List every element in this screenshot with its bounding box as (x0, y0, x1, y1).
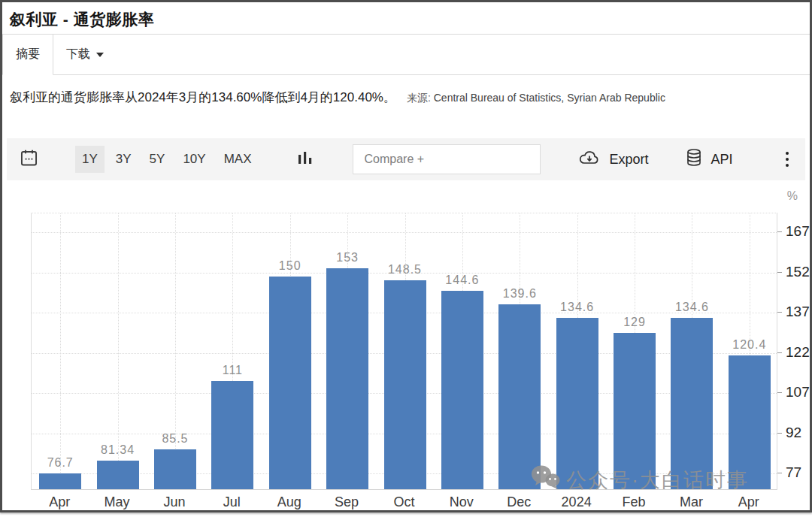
title-bar: 叙利亚 - 通货膨胀率 (2, 2, 810, 35)
bar-apr[interactable] (39, 473, 81, 489)
bar-value-label: 111 (202, 364, 262, 377)
bar-value-label: 134.6 (662, 301, 722, 314)
y-tick-label: 152 (786, 264, 810, 280)
y-axis: 1671521371221079277 (777, 213, 810, 490)
bar-2024[interactable] (556, 318, 598, 489)
bar-value-label: 85.5 (145, 432, 205, 446)
bar-value-label: 139.6 (489, 287, 550, 301)
x-tick-label: May (87, 494, 147, 510)
x-tick-label: Apr (29, 494, 89, 510)
source-value: Central Bureau of Statistics, Syrian Ara… (434, 92, 665, 104)
range-10y-button[interactable]: 10Y (176, 146, 212, 173)
y-tick-label: 92 (786, 425, 801, 441)
bar-chart-icon (297, 150, 314, 170)
range-1y-button[interactable]: 1Y (75, 146, 105, 173)
x-tick-label: Jul (201, 494, 262, 510)
x-tick-label: Apr (719, 494, 779, 510)
bar-value-label: 81.34 (88, 443, 148, 457)
chart-toolbar: 1Y 3Y 5Y 10Y MAX (7, 138, 805, 180)
y-tick-mark (777, 272, 782, 273)
bar-value-label: 148.5 (375, 263, 435, 277)
x-tick-label: Feb (604, 494, 664, 510)
range-selector: 1Y 3Y 5Y 10Y MAX (75, 146, 258, 173)
calendar-button[interactable] (19, 148, 39, 171)
y-tick-mark (777, 473, 782, 473)
bar-aug[interactable] (269, 277, 311, 489)
bar-sep[interactable] (326, 268, 368, 489)
x-tick-label: 2024 (547, 494, 607, 510)
bar-value-label: 129 (604, 316, 665, 329)
plot-area: 76.781.3485.5111150153148.5144.6139.6134… (31, 213, 777, 490)
watermark: 公众号·大白话时事 (530, 464, 749, 495)
bar-value-label: 134.6 (547, 301, 607, 314)
bar-jun[interactable] (154, 449, 196, 489)
tab-summary-label: 摘要 (16, 47, 40, 62)
calendar-icon (19, 148, 39, 171)
export-label: Export (609, 152, 648, 168)
chart-area: % 76.781.3485.5111150153148.5144.6139.61… (2, 188, 810, 509)
source-text: 来源: Central Bureau of Statistics, Syrian… (407, 92, 665, 104)
y-tick-mark (777, 312, 782, 313)
tab-summary[interactable]: 摘要 (2, 35, 53, 75)
x-tick-label: Oct (374, 494, 435, 510)
h-gridline (32, 232, 777, 233)
bar-value-label: 120.4 (720, 338, 780, 352)
range-5y-button[interactable]: 5Y (143, 146, 172, 173)
source-label: 来源: (407, 92, 431, 104)
y-tick-label: 107 (786, 384, 810, 401)
tab-download-label: 下载 (66, 47, 90, 62)
api-button[interactable]: API (685, 148, 733, 171)
app-window: 叙利亚 - 通货膨胀率 摘要 下载 叙利亚的通货膨胀率从2024年3月的134.… (0, 0, 812, 512)
chevron-down-icon (96, 53, 104, 57)
bar-dec[interactable] (498, 304, 541, 489)
bar-value-label: 153 (317, 251, 377, 265)
export-button[interactable]: Export (578, 149, 648, 171)
wechat-icon (530, 464, 560, 495)
y-tick-mark (777, 433, 782, 434)
bar-value-label: 76.7 (30, 456, 90, 470)
chart-type-button[interactable] (297, 150, 314, 170)
y-tick-mark (777, 231, 782, 232)
x-tick-label: Aug (259, 494, 320, 510)
y-tick-mark (777, 392, 782, 393)
bar-nov[interactable] (441, 291, 483, 489)
y-tick-label: 167 (786, 223, 810, 240)
y-tick-mark (777, 352, 782, 353)
y-tick-label: 77 (786, 464, 801, 481)
page-title: 叙利亚 - 通货膨胀率 (10, 9, 802, 30)
y-axis-unit: % (787, 189, 798, 203)
kebab-menu-icon[interactable] (783, 149, 792, 170)
bar-mar[interactable] (671, 318, 713, 489)
bar-value-label: 150 (260, 259, 320, 273)
bar-oct[interactable] (384, 280, 426, 489)
y-tick-label: 122 (786, 344, 810, 361)
range-3y-button[interactable]: 3Y (109, 146, 138, 173)
compare-input[interactable] (353, 144, 541, 174)
v-gridline (175, 213, 176, 489)
api-label: API (711, 152, 733, 168)
watermark-text: 公众号·大白话时事 (566, 467, 749, 494)
tab-bar: 摘要 下载 (2, 35, 810, 75)
summary-text: 叙利亚的通货膨胀率从2024年3月的134.60%降低到4月的120.40%。 (10, 90, 396, 104)
tab-download[interactable]: 下载 (53, 35, 117, 74)
database-icon (685, 148, 703, 171)
bar-may[interactable] (97, 461, 139, 489)
x-tick-label: Nov (432, 494, 492, 510)
bar-value-label: 144.6 (432, 274, 492, 287)
cloud-download-icon (578, 149, 601, 171)
summary-section: 叙利亚的通货膨胀率从2024年3月的134.60%降低到4月的120.40%。来… (2, 75, 810, 124)
bar-jul[interactable] (211, 381, 253, 489)
x-axis: AprMayJunJulAugSepOctNovDec2024FebMarApr (31, 493, 777, 511)
x-tick-label: Mar (661, 494, 721, 510)
x-tick-label: Jun (144, 494, 205, 510)
range-max-button[interactable]: MAX (217, 146, 259, 173)
x-tick-label: Sep (317, 494, 377, 510)
v-gridline (60, 213, 61, 489)
x-tick-label: Dec (489, 494, 549, 510)
y-tick-label: 137 (786, 304, 810, 320)
